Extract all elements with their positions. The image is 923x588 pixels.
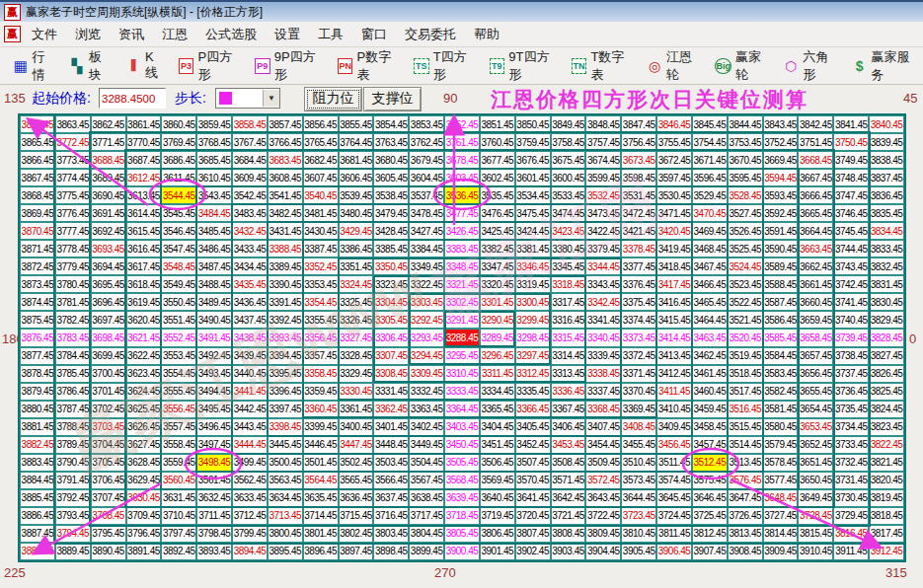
title-bar: 赢 赢家老子时空周期系统[纵横版] - [价格正方形] bbox=[0, 0, 923, 22]
grid-cell: 3363.45 bbox=[409, 401, 444, 418]
toolbar-button-wheelr[interactable]: ◎江恩轮 bbox=[642, 45, 706, 87]
toolbar-button-p3[interactable]: P3P四方形 bbox=[174, 45, 246, 87]
toolbar-button-dollar[interactable]: $赢家服务 bbox=[847, 45, 923, 87]
menu-item[interactable]: 浏览 bbox=[66, 23, 110, 46]
grid-cell: 3418.45 bbox=[656, 257, 692, 275]
grid-cell: 3679.45 bbox=[409, 151, 444, 169]
toolbar-button-pn[interactable]: PNP数字表 bbox=[333, 45, 405, 87]
grid-cell: 3853.45 bbox=[409, 115, 444, 133]
grid-cell: 3564.45 bbox=[303, 472, 339, 489]
grid-cell: 3516.45 bbox=[728, 401, 763, 418]
grid-cell: 3635.45 bbox=[303, 489, 339, 507]
grid-cell: 3506.45 bbox=[480, 454, 515, 472]
grid-cell: 3731.45 bbox=[833, 472, 869, 489]
grid-cell: 3670.45 bbox=[728, 151, 763, 169]
grid-cell: 3822.45 bbox=[869, 436, 904, 454]
grid-cell: 3497.45 bbox=[196, 436, 232, 454]
toolbar-button-hex[interactable]: ⬡六角形 bbox=[779, 45, 843, 87]
grid-cell: 3868.45 bbox=[20, 186, 55, 204]
grid-cell: 3345.45 bbox=[551, 257, 586, 275]
grid-cell: 3524.45 bbox=[728, 257, 763, 275]
grid-cell: 3366.45 bbox=[515, 401, 551, 418]
menu-item[interactable]: 工具 bbox=[309, 23, 352, 46]
grid-cell: 3428.45 bbox=[373, 222, 409, 240]
grid-cell: 3421.45 bbox=[621, 222, 656, 240]
grid-cell: 3866.45 bbox=[20, 151, 55, 169]
grid-cell: 3755.45 bbox=[656, 133, 692, 151]
grid-cell: 3870.45 bbox=[20, 222, 55, 240]
grid-cell: 3833.45 bbox=[869, 240, 904, 257]
grid-cell: 3392.45 bbox=[268, 311, 303, 329]
grid-cell: 3910.45 bbox=[798, 543, 833, 560]
chevron-down-icon[interactable]: ▼ bbox=[263, 90, 279, 107]
toolbar-button-p9[interactable]: P99P四方形 bbox=[250, 45, 329, 87]
grid-cell: 3606.45 bbox=[339, 169, 374, 186]
grid-cell: 3769.45 bbox=[161, 133, 196, 151]
grid-cell: 3709.45 bbox=[126, 507, 162, 525]
menu-item[interactable]: 交易委托 bbox=[396, 23, 465, 46]
grid-cell: 3903.45 bbox=[551, 543, 586, 560]
menu-item[interactable]: 资讯 bbox=[110, 23, 153, 46]
grid-cell: 3511.45 bbox=[656, 454, 692, 472]
grid-cell: 3781.45 bbox=[55, 293, 91, 311]
grid-cell: 3316.45 bbox=[551, 311, 586, 329]
grid-cell: 3863.45 bbox=[55, 115, 91, 133]
grid-cell: 3612.45 bbox=[126, 169, 162, 186]
grid-cell: 3309.45 bbox=[409, 365, 444, 383]
toolbar-button-t9[interactable]: T99T四方形 bbox=[485, 45, 563, 87]
candles-icon: ⫼ bbox=[126, 58, 142, 74]
grid-cell: 3804.45 bbox=[409, 525, 444, 543]
grid-cell: 3898.45 bbox=[373, 543, 409, 560]
toolbar-button-candles[interactable]: ⫼K线 bbox=[121, 46, 170, 85]
toolbar-button-wheelg[interactable]: Big赢家轮 bbox=[710, 45, 774, 87]
grid-cell: 3293.45 bbox=[409, 329, 444, 346]
step-combobox[interactable]: ▼ bbox=[215, 88, 280, 109]
menu-item[interactable]: 帮助 bbox=[465, 23, 508, 46]
grid-cell: 3687.45 bbox=[126, 151, 162, 169]
start-price-input[interactable] bbox=[99, 88, 166, 109]
menu-item[interactable]: 窗口 bbox=[352, 23, 396, 46]
grid-cell: 3892.45 bbox=[161, 543, 196, 560]
toolbar-button-blocks[interactable]: ▚板块 bbox=[64, 45, 116, 87]
grid-cell: 3768.45 bbox=[196, 133, 232, 151]
grid-cell: 3478.45 bbox=[409, 204, 444, 222]
toolbar-button-table[interactable]: ▦行情 bbox=[8, 45, 60, 87]
menu-item[interactable]: 设置 bbox=[266, 23, 309, 46]
grid-cell: 3432.45 bbox=[232, 222, 268, 240]
grid-cell: 3669.45 bbox=[763, 151, 799, 169]
toolbar-button-ts[interactable]: TST四方形 bbox=[409, 45, 481, 87]
menu-item[interactable]: 公式选股 bbox=[196, 23, 266, 46]
grid-cell: 3437.45 bbox=[232, 311, 268, 329]
toolbar-button-label: 行情 bbox=[33, 48, 56, 84]
step-label: 步长: bbox=[175, 90, 206, 108]
grid-cell: 3778.45 bbox=[55, 240, 91, 257]
resistance-button[interactable]: 阻力位 bbox=[304, 87, 362, 111]
grid-cell: 3762.45 bbox=[409, 133, 444, 151]
menu-item[interactable]: 文件 bbox=[23, 23, 66, 46]
grid-cell: 3353.45 bbox=[303, 275, 339, 293]
menu-item[interactable]: 江恩 bbox=[153, 23, 196, 46]
grid-cell: 3565.45 bbox=[339, 472, 374, 489]
grid-cell: 3658.45 bbox=[798, 329, 833, 346]
grid-cell: 3630.45 bbox=[126, 489, 162, 507]
grid-cell: 3705.45 bbox=[91, 454, 126, 472]
grid-cell: 3541.45 bbox=[268, 186, 303, 204]
grid-cell: 3461.45 bbox=[692, 365, 728, 383]
grid-cell: 3794.45 bbox=[55, 525, 91, 543]
grid-cell: 3381.45 bbox=[515, 240, 551, 257]
grid-cell: 3321.45 bbox=[444, 275, 480, 293]
grid-cell: 3557.45 bbox=[161, 418, 196, 436]
grid-cell: 3383.45 bbox=[444, 240, 480, 257]
grid-cell: 3686.45 bbox=[161, 151, 196, 169]
toolbar-button-tn[interactable]: TNT数字表 bbox=[567, 45, 639, 87]
grid-cell: 3470.45 bbox=[692, 204, 728, 222]
grid-cell: 3476.45 bbox=[480, 204, 515, 222]
support-button[interactable]: 支撑位 bbox=[363, 87, 422, 111]
grid-cell: 3787.45 bbox=[55, 401, 91, 418]
grid-cell: 3735.45 bbox=[833, 401, 869, 418]
grid-cell: 3814.45 bbox=[763, 525, 799, 543]
grid-cell: 3683.45 bbox=[268, 151, 303, 169]
grid-cell: 3790.45 bbox=[55, 454, 91, 472]
grid-cell: 3671.45 bbox=[692, 151, 728, 169]
grid-cell: 3451.45 bbox=[480, 436, 515, 454]
